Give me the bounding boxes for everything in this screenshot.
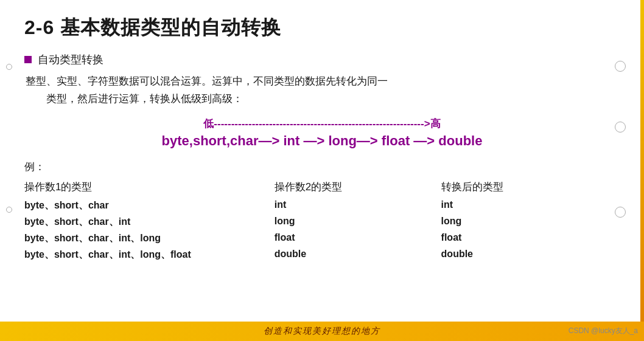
cell-op1: byte、short、char、int [24, 214, 275, 230]
cell-op1: byte、short、char、int、long、float [24, 247, 275, 263]
circle-deco-mid [615, 122, 626, 133]
description-text: 整型、实型、字符型数据可以混合运算。运算中，不同类型的数据先转化为同一 类型，然… [24, 73, 620, 108]
cell-op2: int [275, 198, 441, 214]
cell-op2: float [275, 230, 441, 247]
bottom-bar-text: 创造和实现美好理想的地方 [264, 326, 380, 337]
conversion-section: 低---------------------------------------… [24, 117, 620, 149]
cell-result: int [441, 198, 620, 214]
table-row: byte、short、charintint [24, 198, 620, 214]
cell-result: float [441, 230, 620, 247]
right-accent-bar [640, 0, 644, 341]
data-table: 操作数1的类型 操作数2的类型 转换后的类型 byte、short、charin… [24, 179, 620, 263]
table-row: byte、short、char、int、long、floatdoubledoub… [24, 247, 620, 263]
table-header-row: 操作数1的类型 操作数2的类型 转换后的类型 [24, 179, 620, 198]
example-label: 例： [24, 160, 620, 174]
circle-left-2 [6, 207, 12, 213]
csdn-watermark: CSDN @lucky友人_a [569, 326, 638, 336]
slide-title: 2-6 基本数据类型的自动转换 [24, 15, 620, 41]
col-header-result: 转换后的类型 [441, 179, 620, 198]
bullet-item: 自动类型转换 [24, 52, 620, 67]
circle-left-1 [6, 64, 12, 70]
col-header-op2: 操作数2的类型 [275, 179, 441, 198]
bullet-label: 自动类型转换 [38, 52, 103, 67]
circle-deco-bot [615, 207, 626, 218]
bottom-bar: 创造和实现美好理想的地方 [0, 322, 644, 341]
circle-deco-top [615, 61, 626, 72]
cell-op1: byte、short、char、int、long [24, 230, 275, 247]
table-row: byte、short、char、int、longfloatfloat [24, 230, 620, 247]
table-body: byte、short、charintintbyte、short、char、int… [24, 198, 620, 263]
col-header-op1: 操作数1的类型 [24, 179, 275, 198]
bullet-section: 自动类型转换 [24, 52, 620, 67]
conversion-chain: byte,short,char—> int —> long—> float —>… [24, 133, 620, 149]
cell-result: double [441, 247, 620, 263]
cell-op2: long [275, 214, 441, 230]
slide-container: 2-6 基本数据类型的自动转换 自动类型转换 整型、实型、字符型数据可以混合运算… [0, 0, 644, 341]
table-row: byte、short、char、intlonglong [24, 214, 620, 230]
cell-result: long [441, 214, 620, 230]
bullet-square-icon [24, 56, 32, 63]
cell-op2: double [275, 247, 441, 263]
cell-op1: byte、short、char [24, 198, 275, 214]
low-high-line: 低---------------------------------------… [24, 117, 620, 131]
